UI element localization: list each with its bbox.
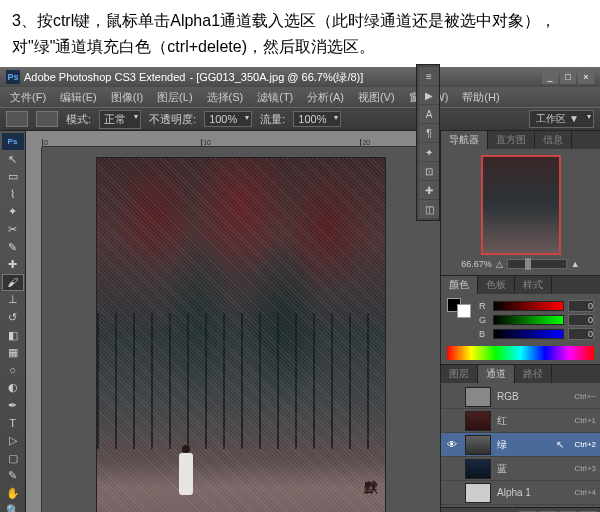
channel-shortcut: Ctrl+2 — [574, 440, 596, 449]
mode-select[interactable]: 正常 — [99, 110, 141, 129]
pen-tool[interactable]: ✒ — [2, 397, 24, 414]
visibility-icon[interactable] — [445, 462, 459, 476]
menu-bar: 文件(F) 编辑(E) 图像(I) 图层(L) 选择(S) 滤镜(T) 分析(A… — [0, 87, 600, 107]
menu-help[interactable]: 帮助(H) — [456, 88, 505, 107]
channels-footer: ○ ◫ ▫ 🗑 — [441, 507, 600, 512]
dodge-tool[interactable]: ◐ — [2, 380, 24, 397]
close-button[interactable]: × — [578, 70, 594, 84]
channel-name: 红 — [497, 414, 568, 428]
dock-para-icon[interactable]: ¶ — [419, 124, 439, 142]
tab-paths[interactable]: 路径 — [515, 365, 552, 383]
channel-green[interactable]: 👁 绿 ↖ Ctrl+2 — [441, 433, 600, 457]
navigator-panel: 导航器 直方图 信息 66.67% △ ▲ — [441, 131, 600, 276]
channel-thumb — [465, 435, 491, 455]
visibility-icon[interactable] — [445, 414, 459, 428]
b-input[interactable] — [568, 328, 594, 340]
dock-actions-icon[interactable]: ▶ — [419, 86, 439, 104]
brush-preset[interactable] — [36, 111, 58, 127]
g-input[interactable] — [568, 314, 594, 326]
tab-swatches[interactable]: 色板 — [478, 276, 515, 294]
menu-view[interactable]: 视图(V) — [352, 88, 401, 107]
zoom-tool[interactable]: 🔍 — [2, 503, 24, 512]
dock-history-icon[interactable]: ≡ — [419, 67, 439, 85]
channel-blue[interactable]: 蓝 Ctrl+3 — [441, 457, 600, 481]
move-tool[interactable]: ↖ — [2, 151, 24, 168]
tab-layers[interactable]: 图层 — [441, 365, 478, 383]
notes-tool[interactable]: ✎ — [2, 467, 24, 484]
zoom-slider[interactable] — [507, 259, 567, 269]
path-tool[interactable]: ▷ — [2, 432, 24, 449]
channel-alpha1[interactable]: Alpha 1 Ctrl+4 — [441, 481, 600, 505]
tool-preset-icon[interactable] — [6, 111, 28, 127]
b-label: B — [479, 329, 489, 339]
visibility-icon[interactable]: 👁 — [445, 438, 459, 452]
menu-file[interactable]: 文件(F) — [4, 88, 52, 107]
document-viewport[interactable]: 默默作 www.photops.com PhotOPS — [42, 147, 440, 512]
hand-tool[interactable]: ✋ — [2, 485, 24, 502]
tab-channels[interactable]: 通道 — [478, 365, 515, 383]
channel-name: 绿 — [497, 438, 550, 452]
dock-clone-icon[interactable]: ⊡ — [419, 162, 439, 180]
color-spectrum[interactable] — [447, 346, 594, 360]
zoom-out-icon[interactable]: △ — [496, 259, 503, 269]
workspace-select[interactable]: 工作区 ▼ — [529, 110, 594, 128]
shape-tool[interactable]: ▢ — [2, 450, 24, 467]
dock-tool-icon[interactable]: ✚ — [419, 181, 439, 199]
r-input[interactable] — [568, 300, 594, 312]
image-person — [178, 445, 194, 500]
tab-info[interactable]: 信息 — [535, 131, 572, 149]
dock-char-icon[interactable]: A — [419, 105, 439, 123]
tab-histogram[interactable]: 直方图 — [488, 131, 535, 149]
visibility-icon[interactable] — [445, 486, 459, 500]
flow-select[interactable]: 100% — [293, 111, 341, 127]
dock-layer-icon[interactable]: ◫ — [419, 200, 439, 218]
crop-tool[interactable]: ✂ — [2, 221, 24, 238]
instruction-text: 3、按ctrl键，鼠标单击Alpha1通道载入选区（此时绿通道还是被选中对象），… — [0, 0, 600, 67]
tab-styles[interactable]: 样式 — [515, 276, 552, 294]
g-label: G — [479, 315, 489, 325]
eraser-tool[interactable]: ◧ — [2, 327, 24, 344]
g-slider[interactable] — [493, 315, 564, 325]
heal-tool[interactable]: ✚ — [2, 256, 24, 273]
marquee-tool[interactable]: ▭ — [2, 168, 24, 185]
type-tool[interactable]: T — [2, 415, 24, 432]
channel-red[interactable]: 红 Ctrl+1 — [441, 409, 600, 433]
app-title: Adobe Photoshop CS3 Extended — [24, 71, 185, 83]
ps-icon: Ps — [6, 70, 20, 84]
channel-name: RGB — [497, 391, 568, 402]
menu-layer[interactable]: 图层(L) — [151, 88, 198, 107]
dock-brush-icon[interactable]: ✦ — [419, 143, 439, 161]
wand-tool[interactable]: ✦ — [2, 204, 24, 221]
stamp-tool[interactable]: ⊥ — [2, 292, 24, 309]
tab-navigator[interactable]: 导航器 — [441, 131, 488, 149]
history-brush-tool[interactable]: ↺ — [2, 309, 24, 326]
menu-filter[interactable]: 滤镜(T) — [251, 88, 299, 107]
b-slider[interactable] — [493, 329, 564, 339]
maximize-button[interactable]: □ — [560, 70, 576, 84]
r-slider[interactable] — [493, 301, 564, 311]
cursor-icon: ↖ — [556, 439, 564, 450]
channel-thumb — [465, 483, 491, 503]
menu-analysis[interactable]: 分析(A) — [301, 88, 350, 107]
navigator-thumbnail[interactable] — [481, 155, 561, 255]
channel-rgb[interactable]: RGB Ctrl+~ — [441, 385, 600, 409]
color-panel: 颜色 色板 样式 R G B — [441, 276, 600, 365]
blur-tool[interactable]: ○ — [2, 362, 24, 379]
opacity-select[interactable]: 100% — [204, 111, 252, 127]
tab-color[interactable]: 颜色 — [441, 276, 478, 294]
doc-title: - [GG013_350A.jpg @ 66.7%(绿/8)] — [189, 70, 363, 85]
menu-edit[interactable]: 编辑(E) — [54, 88, 103, 107]
color-foreback[interactable] — [447, 298, 471, 318]
channel-shortcut: Ctrl+~ — [574, 392, 596, 401]
work-area: Ps ↖ ▭ ⌇ ✦ ✂ ✎ ✚ 🖌 ⊥ ↺ ◧ ▦ ○ ◐ ✒ T ▷ ▢ ✎… — [0, 131, 600, 512]
eyedropper-tool[interactable]: ✎ — [2, 239, 24, 256]
menu-select[interactable]: 选择(S) — [201, 88, 250, 107]
gradient-tool[interactable]: ▦ — [2, 344, 24, 361]
menu-image[interactable]: 图像(I) — [105, 88, 149, 107]
lasso-tool[interactable]: ⌇ — [2, 186, 24, 203]
visibility-icon[interactable] — [445, 390, 459, 404]
ps-badge: Ps — [2, 133, 24, 150]
minimize-button[interactable]: _ — [542, 70, 558, 84]
zoom-in-icon[interactable]: ▲ — [571, 259, 580, 269]
brush-tool[interactable]: 🖌 — [2, 274, 24, 291]
